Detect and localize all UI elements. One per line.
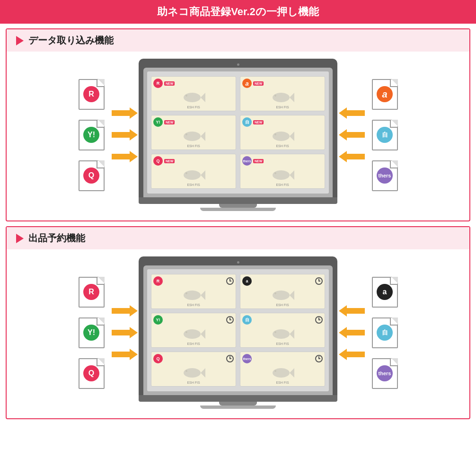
laptop-stand-2 xyxy=(219,402,257,405)
svg-point-14 xyxy=(274,133,276,135)
card-Q-2: Q ESH FIS xyxy=(151,352,236,387)
card-self-1: 自 NEW ESH FIS xyxy=(240,115,325,150)
card-label-R-1: ESH FIS xyxy=(153,106,234,109)
laptop-screen-content-2: R ESH FIS a xyxy=(147,269,329,391)
svg-marker-2 xyxy=(112,151,138,162)
new-badge-Q-1: NEW xyxy=(164,159,175,163)
card-label-Y-1: ESH FIS xyxy=(153,144,234,148)
right-files-1: a 自 thers xyxy=(366,78,404,192)
badge-thers-right-1: thers xyxy=(377,167,393,184)
arrow-right-R-1 xyxy=(112,106,138,120)
laptop-1: R NEW ESH FIS a NEW xyxy=(139,59,337,211)
fish-img-a-1 xyxy=(242,89,323,106)
arrow-left-thers-2 xyxy=(339,348,365,361)
card-R-2: R ESH FIS xyxy=(151,274,236,309)
card-label-Q-1: ESH FIS xyxy=(153,183,234,186)
card-badge-Q-1: Q xyxy=(153,156,163,166)
card-badge-thers-2: thers xyxy=(242,354,252,363)
section1-title-bar: データ取り込み機能 xyxy=(7,29,469,52)
card-self-2: 自 ESH FIS xyxy=(240,313,325,348)
laptop-foot-2 xyxy=(200,405,276,409)
card-badge-Y-2: Y! xyxy=(153,315,163,325)
new-badge-Y-1: NEW xyxy=(164,120,175,124)
card-badge-self-2: 自 xyxy=(242,315,252,325)
svg-point-15 xyxy=(184,170,201,180)
arrow-right-Q-2 xyxy=(112,348,138,361)
fish-img-R-1 xyxy=(153,89,234,106)
laptop-stand-1 xyxy=(219,204,257,208)
play-icon-1 xyxy=(16,36,24,45)
svg-marker-45 xyxy=(339,305,365,317)
clock-icon-self-2 xyxy=(315,316,323,324)
left-files-2: R Y! Q xyxy=(72,276,110,389)
svg-point-41 xyxy=(185,370,187,372)
laptop-base-1 xyxy=(139,197,337,204)
laptop-screen-inner-2: R ESH FIS a xyxy=(143,265,333,395)
svg-point-42 xyxy=(273,368,290,378)
right-arrows-2 xyxy=(337,304,366,361)
file-Y-left-2: Y! xyxy=(77,317,106,349)
svg-marker-25 xyxy=(112,327,138,338)
card-Y-2: Y! ESH FIS xyxy=(151,313,236,348)
fish-img-thers-2 xyxy=(242,364,323,381)
new-badge-a-1: NEW xyxy=(253,81,264,86)
svg-marker-7 xyxy=(290,93,294,102)
card-badge-a-1: a xyxy=(242,79,252,88)
laptop-base-2 xyxy=(139,395,337,402)
svg-point-32 xyxy=(274,292,276,294)
svg-marker-0 xyxy=(112,107,138,119)
arrow-left-self-1 xyxy=(339,128,365,141)
fish-img-thers-1 xyxy=(242,167,323,183)
fish-img-a-2 xyxy=(242,287,323,303)
svg-marker-23 xyxy=(339,151,365,162)
fish-img-Y-1 xyxy=(153,128,234,144)
svg-marker-1 xyxy=(112,129,138,141)
file-a-right-2: a xyxy=(370,276,399,308)
new-badge-thers-1: NEW xyxy=(253,159,264,163)
svg-point-11 xyxy=(185,133,187,135)
card-Q-1: Q NEW ESH FIS xyxy=(151,154,236,189)
fish-img-R-2 xyxy=(153,287,234,303)
left-arrows-2 xyxy=(110,304,139,361)
svg-point-20 xyxy=(274,172,276,174)
card-label-self-1: ESH FIS xyxy=(242,144,323,148)
svg-point-35 xyxy=(185,331,187,333)
svg-point-39 xyxy=(184,368,201,378)
card-thers-2: thers ESH FIS xyxy=(240,352,325,387)
arrow-right-R-2 xyxy=(112,304,138,317)
card-label-a-2: ESH FIS xyxy=(242,303,323,307)
card-Y-1: Y! NEW ESH FIS xyxy=(151,115,236,150)
badge-R-1: R xyxy=(83,86,99,102)
section-listing-reservation: 出品予約機能 R Y! Q xyxy=(6,226,470,419)
file-Q-left-2: Q xyxy=(77,357,106,389)
badge-Y-1: Y! xyxy=(83,127,99,143)
clock-icon-Y-2 xyxy=(226,316,234,324)
card-a-1: a NEW ESH FIS xyxy=(240,76,325,111)
laptop-foot-1 xyxy=(200,208,276,211)
arrow-left-a-1 xyxy=(339,106,365,120)
svg-marker-4 xyxy=(201,93,205,102)
svg-point-18 xyxy=(273,170,290,180)
camera-dot-1 xyxy=(237,63,239,66)
badge-R-2: R xyxy=(83,284,99,300)
svg-point-8 xyxy=(274,95,276,97)
badge-a-right-1: a xyxy=(377,86,393,102)
clock-icon-Q-2 xyxy=(226,355,234,362)
file-R-left-2: R xyxy=(77,276,106,308)
card-label-thers-2: ESH FIS xyxy=(242,381,323,384)
badge-Q-2: Q xyxy=(83,365,99,381)
fish-img-self-1 xyxy=(242,128,323,144)
svg-marker-10 xyxy=(201,132,205,141)
fish-img-Y-2 xyxy=(153,326,234,342)
arrow-right-Q-1 xyxy=(112,150,138,163)
file-self-right: 自 xyxy=(370,119,399,151)
arrow-right-Y-1 xyxy=(112,128,138,141)
badge-thers-right-2: thers xyxy=(377,365,393,381)
card-badge-self-1: 自 xyxy=(242,117,252,127)
camera-dot-2 xyxy=(237,261,239,264)
right-arrows-1 xyxy=(337,106,366,163)
left-arrows-1 xyxy=(110,106,139,163)
section1-content: R Y! Q xyxy=(7,52,469,220)
svg-marker-22 xyxy=(339,129,365,141)
left-files-1: R Y! Q xyxy=(72,78,110,192)
